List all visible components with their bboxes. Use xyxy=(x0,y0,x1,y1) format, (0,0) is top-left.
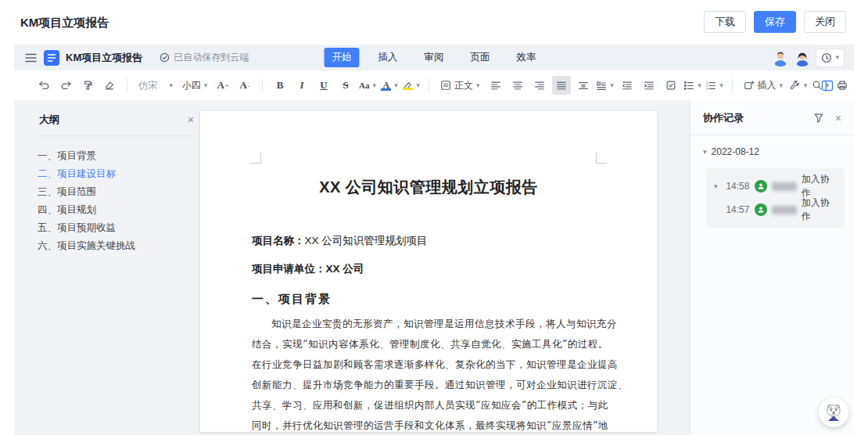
tab-efficiency[interactable]: 效率 xyxy=(509,48,544,67)
decrease-indent-button[interactable] xyxy=(618,76,637,95)
chevron-down-icon: ▾ xyxy=(780,82,784,89)
decrease-font-button[interactable]: A- xyxy=(235,76,254,95)
chevron-down-icon: ▾ xyxy=(703,149,707,156)
filter-icon[interactable] xyxy=(813,113,824,124)
ribbon-tabs: 开始 插入 审阅 页面 效率 xyxy=(325,48,544,67)
align-center-button[interactable] xyxy=(508,76,527,95)
hamburger-menu-icon[interactable] xyxy=(23,51,38,65)
join-user-icon xyxy=(755,180,767,192)
chevron-down-icon: ▾ xyxy=(719,82,723,89)
insert-icon xyxy=(744,80,755,91)
bold-button[interactable]: B xyxy=(271,76,289,95)
outline-item-3[interactable]: 三、项目范围 xyxy=(38,183,195,201)
outline-item-6[interactable]: 六、项目实施关键挑战 xyxy=(38,237,195,255)
collaboration-entries-card: ▾ 14:58 加入协作 14:57 加入协作 xyxy=(706,168,845,228)
chevron-down-icon: ▾ xyxy=(372,82,376,89)
chevron-down-icon: ▾ xyxy=(416,82,420,89)
paragraph-spacing-button[interactable]: ▾ xyxy=(596,76,615,95)
wrench-icon xyxy=(790,80,801,91)
tools-button[interactable]: ▾ xyxy=(789,76,808,95)
collaboration-entry[interactable]: 14:57 加入协作 xyxy=(714,198,837,221)
entry-user-name-redacted xyxy=(772,182,797,191)
side-panel-toggle-button[interactable] xyxy=(818,76,837,95)
formatting-toolbar: 仿宋 ▾ 小四 ▾ A+ A- B I U S Aa ▾ A ▾ ▾ 正文 ▾ xyxy=(14,70,854,100)
chevron-down-icon: ▾ xyxy=(476,82,480,89)
highlight-color-button[interactable]: ▾ xyxy=(402,76,421,95)
document-page[interactable]: XX 公司知识管理规划立项报告 项目名称：XX 公司知识管理规划项目 项目申请单… xyxy=(200,111,657,432)
section-heading: 一、项目背景 xyxy=(252,292,605,307)
font-color-swatch xyxy=(381,88,391,91)
align-left-button[interactable] xyxy=(486,76,505,95)
paragraph-line: 在行业竞争日益加剧和顾客需求逐渐多样化、复杂化的当下，知识管理是企业提高 xyxy=(252,354,605,375)
collaboration-panel: 协作记录 × ▾ 2022-08-12 ▾ 14:58 加入协作 xyxy=(690,100,854,435)
font-name-select[interactable]: 仿宋 ▾ xyxy=(135,76,176,95)
paragraph-style-select[interactable]: 正文 ▾ xyxy=(437,76,483,95)
outline-item-2[interactable]: 二、项目建设目标 xyxy=(38,165,195,183)
download-button[interactable]: 下载 xyxy=(704,11,746,33)
collaboration-entry[interactable]: ▾ 14:58 加入协作 xyxy=(714,174,837,198)
bullet-list-button[interactable]: ▾ xyxy=(683,76,702,95)
outline-close-icon[interactable]: × xyxy=(188,114,194,125)
entry-user-name-redacted xyxy=(772,206,797,214)
page-title: KM项目立项报告 xyxy=(20,16,109,31)
align-justify-button[interactable] xyxy=(552,76,571,95)
body-paragraph: 知识是企业宝贵的无形资产，知识管理是运用信息技术手段，将人与知识充分 结合，实现… xyxy=(252,314,605,435)
collaborator-avatar-male[interactable] xyxy=(772,49,789,67)
paragraph-line: 共享、学习、应用和创新，促进组织内部人员实现“应知应会”的工作模式；与此 xyxy=(252,395,605,415)
collaborator-avatar-female[interactable] xyxy=(794,49,811,67)
task-checkbox-button[interactable] xyxy=(662,76,680,95)
collaboration-date-group[interactable]: ▾ 2022-08-12 xyxy=(690,135,854,157)
save-button[interactable]: 保存 xyxy=(754,11,796,33)
entry-action: 加入协作 xyxy=(802,173,837,200)
insert-button[interactable]: 插入 ▾ xyxy=(741,76,787,95)
menu-bar: KM项目立项报告 已自动保存到云端 开始 插入 审阅 页面 效率 ▾ xyxy=(14,45,854,70)
margin-mark-top-right xyxy=(596,153,607,164)
clear-format-eraser-icon[interactable] xyxy=(100,76,119,95)
increase-font-button[interactable]: A+ xyxy=(213,76,232,95)
underline-button[interactable]: U xyxy=(314,76,333,95)
chevron-down-icon: ▾ xyxy=(169,82,173,89)
line-spacing-button[interactable] xyxy=(574,76,593,95)
outline-item-1[interactable]: 一、项目背景 xyxy=(38,147,195,165)
chevron-down-icon: ▾ xyxy=(698,82,701,89)
redo-button[interactable] xyxy=(56,76,75,95)
increase-indent-button[interactable] xyxy=(640,76,658,95)
collaboration-close-icon[interactable]: × xyxy=(835,113,841,124)
tab-page[interactable]: 页面 xyxy=(463,48,498,67)
numbered-list-button[interactable]: 123 ▾ xyxy=(705,76,724,95)
history-clock-button[interactable]: ▾ xyxy=(816,49,845,67)
autosave-status: 已自动保存到云端 xyxy=(160,51,249,64)
entry-time: 14:58 xyxy=(726,181,749,192)
highlight-color-swatch xyxy=(403,88,413,90)
paragraph-line: 结合，实现“知识内容体系化、管理制度化、共享自觉化、实施工具化”的过程。 xyxy=(252,334,605,354)
outline-item-5[interactable]: 五、项目预期收益 xyxy=(38,219,195,237)
outline-item-4[interactable]: 四、项目规划 xyxy=(38,201,195,219)
field-applicant-unit: 项目申请单位：XX 公司 xyxy=(252,262,605,276)
field-project-name: 项目名称：XX 公司知识管理规划项目 xyxy=(252,234,605,248)
chevron-down-icon: ▾ xyxy=(610,82,614,89)
text-case-button[interactable]: Aa ▾ xyxy=(358,76,377,95)
format-painter-icon[interactable] xyxy=(78,76,97,95)
collaboration-date: 2022-08-12 xyxy=(712,146,759,157)
mascot-dog-icon xyxy=(822,401,845,424)
chevron-down-icon: ▾ xyxy=(804,82,808,89)
tab-insert[interactable]: 插入 xyxy=(371,48,406,67)
document-title: KM项目立项报告 xyxy=(66,51,142,65)
collaboration-title: 协作记录 xyxy=(703,111,813,125)
strikethrough-button[interactable]: S xyxy=(336,76,355,95)
document-app-icon xyxy=(44,50,59,66)
style-icon xyxy=(440,80,451,91)
outline-panel: 大纲 × 一、项目背景 二、项目建设目标 三、项目范围 四、项目规划 五、项目预… xyxy=(38,113,195,255)
paragraph-line: 创新能力、提升市场竞争能力的重要手段。通过知识管理，可对企业知识进行沉淀、 xyxy=(252,375,605,395)
tab-review[interactable]: 审阅 xyxy=(417,48,452,67)
tab-start[interactable]: 开始 xyxy=(325,48,360,67)
editor-workspace: 大纲 × 一、项目背景 二、项目建设目标 三、项目范围 四、项目规划 五、项目预… xyxy=(14,100,854,435)
undo-button[interactable] xyxy=(34,76,53,95)
font-size-select[interactable]: 小四 ▾ xyxy=(179,76,210,95)
align-right-button[interactable] xyxy=(530,76,549,95)
font-color-button[interactable]: A ▾ xyxy=(380,76,399,95)
close-button[interactable]: 关闭 xyxy=(804,11,846,33)
assistant-mascot-button[interactable] xyxy=(819,397,848,427)
chevron-down-icon: ▾ xyxy=(835,54,839,61)
italic-button[interactable]: I xyxy=(292,76,311,95)
